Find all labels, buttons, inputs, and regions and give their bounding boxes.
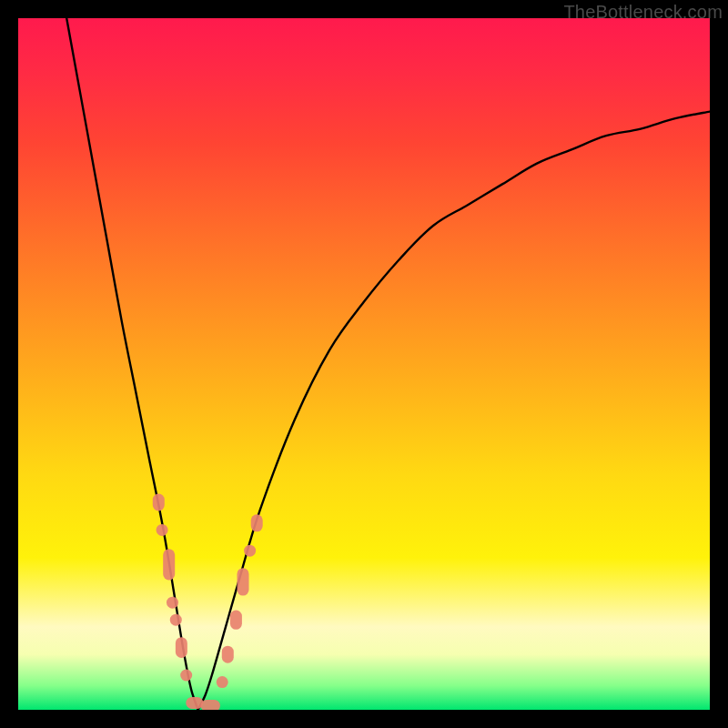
plot-area (18, 18, 710, 710)
chart-frame: TheBottleneck.com (0, 0, 728, 728)
marker-6 (180, 670, 192, 682)
marker-12 (238, 568, 249, 595)
marker-3 (167, 597, 178, 609)
watermark-text: TheBottleneck.com (563, 2, 723, 23)
marker-10 (222, 646, 234, 663)
marker-1 (157, 524, 168, 536)
marker-0 (153, 494, 165, 511)
marker-points (153, 494, 263, 711)
marker-9 (217, 676, 228, 688)
marker-7 (186, 697, 203, 709)
marker-5 (176, 637, 187, 658)
marker-11 (230, 611, 242, 630)
marker-14 (251, 514, 263, 531)
bottleneck-curve (66, 18, 710, 710)
curve-layer (18, 18, 710, 710)
marker-4 (170, 614, 182, 626)
marker-13 (244, 545, 256, 557)
marker-2 (163, 549, 175, 580)
curve-right-branch (198, 112, 710, 710)
curve-left-branch (66, 18, 197, 710)
marker-8 (201, 700, 220, 710)
